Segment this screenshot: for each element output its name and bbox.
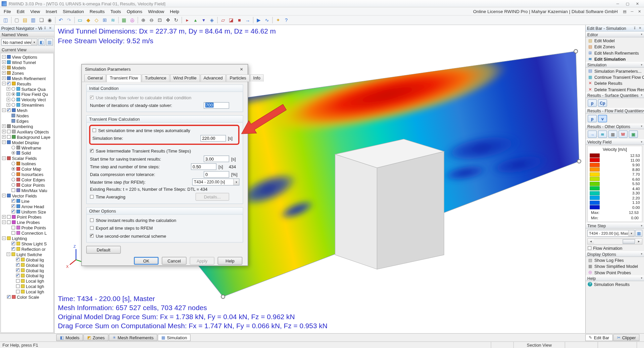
toolbar-button-save-project[interactable]: ▥	[29, 16, 37, 24]
tree-item-global-lig-40[interactable]: Global lig	[1, 268, 53, 273]
expand-icon[interactable]: +	[7, 98, 10, 101]
steady-solver-checkbox[interactable]	[90, 96, 94, 99]
editbar-edit-model[interactable]: ▧Edit Model	[586, 37, 644, 43]
simulation-time-input[interactable]	[200, 135, 226, 141]
apply-button[interactable]: Apply	[190, 257, 214, 265]
tree-radio[interactable]	[11, 87, 15, 91]
section-velocity-field[interactable]: Velocity Field▾	[586, 139, 644, 145]
results-option-flow-lines[interactable]: ≋	[598, 130, 607, 138]
tree-item-model-display-16[interactable]: −Model Display	[1, 139, 53, 145]
toolbar-button-undo[interactable]: ↶	[57, 16, 65, 24]
tree-radio[interactable]	[11, 98, 15, 101]
menu-insert[interactable]: Insert	[43, 8, 60, 15]
menu-edit[interactable]: Edit	[14, 8, 27, 15]
toolbar-button-print[interactable]: ❏	[37, 16, 45, 24]
toolbar-button-view-x[interactable]: ▸	[183, 16, 191, 24]
toolbar-button-rotate[interactable]: ↻	[172, 16, 180, 24]
tree-checkbox[interactable]	[11, 231, 15, 235]
toolbar-button-pan[interactable]: ✥	[164, 16, 172, 24]
tree-item-color-scale-45[interactable]: Color Scale	[1, 294, 53, 300]
tree-item-point-probes-30[interactable]: +Point Probes	[1, 214, 53, 220]
collapse-icon[interactable]: −	[2, 194, 6, 197]
close-button[interactable]: ✕	[633, 0, 642, 7]
tree-checkbox[interactable]	[7, 295, 11, 299]
toolbar-button-zoom-in[interactable]: ⊕	[139, 16, 147, 24]
save-intermediate-checkbox[interactable]	[90, 149, 94, 153]
scrollbar-track[interactable]	[594, 239, 636, 244]
toolbar-button-isometric-view[interactable]: ◈	[208, 16, 216, 24]
tree-item-lighting-34[interactable]: −Lighting	[1, 236, 53, 241]
tree-item-global-lig-38[interactable]: Global lig	[1, 257, 53, 262]
tree-checkbox[interactable]	[11, 199, 15, 203]
tree-item-zones-3[interactable]: +Zones	[1, 70, 53, 75]
tree-item-local-ligh-42[interactable]: Local ligh	[1, 278, 53, 284]
tree-radio[interactable]	[11, 178, 15, 181]
panel-tab-edit-bar[interactable]: ✎Edit Bar	[585, 334, 613, 341]
tree-item-mesh-10[interactable]: −Mesh	[1, 108, 53, 113]
tree-radio[interactable]	[11, 151, 15, 155]
tree-item-numbering-13[interactable]: +Numbering	[1, 123, 53, 129]
tree-checkbox[interactable]	[16, 258, 20, 262]
tree-item-scalar-fields-19[interactable]: −Scalar Fields	[1, 156, 53, 161]
toolbar-button-wind-tunnel[interactable]: ▭	[76, 16, 84, 24]
dialog-tab-transient-flow[interactable]: Transient Flow	[106, 74, 141, 82]
new-named-view-button[interactable]: ▥	[46, 39, 53, 46]
expand-icon[interactable]: +	[2, 71, 6, 75]
named-views-dropdown[interactable]: No named view ▾	[1, 39, 38, 46]
tree-checkbox[interactable]	[7, 82, 11, 85]
toolbar-button-help[interactable]: ?	[282, 16, 290, 24]
tree-radio[interactable]	[11, 103, 15, 107]
tree-item-global-lig-41[interactable]: Global lig	[1, 273, 53, 278]
section-time-step[interactable]: Time Step▾	[586, 223, 644, 229]
editbar-edit-mesh-refinements[interactable]: ⊞Edit Mesh Refinements	[586, 50, 644, 56]
time-averaging-checkbox[interactable]	[90, 195, 94, 198]
expand-icon[interactable]: +	[2, 130, 6, 133]
tree-item-flow-field-qu-7[interactable]: +Flow Field Qu	[1, 92, 53, 97]
toolbar-button-project-navigator[interactable]: ◫	[2, 16, 10, 24]
tree-checkbox[interactable]	[7, 135, 11, 139]
edit-bar-pin-icon[interactable]: ↧	[632, 26, 638, 31]
expand-icon[interactable]: +	[2, 135, 6, 139]
dialog-tab-particles[interactable]: Particles	[227, 74, 250, 82]
menu-simulation[interactable]: Simulation	[60, 8, 87, 15]
tree-item-line-27[interactable]: Line	[1, 198, 53, 204]
help-simulation-results[interactable]: ?Simulation Results	[586, 281, 644, 287]
dialog-tab-advanced[interactable]: Advanced	[200, 74, 226, 82]
scrollbar-thumb[interactable]	[623, 239, 635, 244]
toolbar-button-animation[interactable]: ▶	[255, 16, 263, 24]
tree-item-surface-qua-6[interactable]: +Surface Qua	[1, 86, 53, 92]
toolbar-button-zones[interactable]: ◇	[92, 16, 100, 24]
tree-item-vector-fields-26[interactable]: −Vector Fields	[1, 193, 53, 198]
toolbar-button-clipping-box[interactable]: ◪	[227, 16, 235, 24]
tree-item-solid-18[interactable]: Solid	[1, 150, 53, 156]
expand-icon[interactable]: +	[2, 66, 6, 69]
section-simulation[interactable]: Simulation▾	[586, 62, 644, 68]
tree-item-local-ligh-44[interactable]: Local ligh	[1, 289, 53, 294]
dialog-tab-wind-profile[interactable]: Wind Profile	[170, 74, 200, 82]
dialog-tab-general[interactable]: General	[84, 74, 106, 82]
toolbar-button-zoom-window[interactable]: ⊡	[156, 16, 164, 24]
toolbar-button-settings[interactable]: ✦	[274, 16, 282, 24]
tree-checkbox[interactable]	[11, 247, 15, 251]
menu-window[interactable]: Window	[145, 8, 167, 15]
tree-checkbox[interactable]	[16, 274, 20, 277]
dialog-tab-turbulence[interactable]: Turbulence	[142, 74, 169, 82]
3d-viewport[interactable]: Z X Y Wind Tunnel Dimensions: Dx = 227.3…	[55, 25, 585, 333]
navigator-close-icon[interactable]: ✕	[48, 26, 53, 31]
tree-checkbox[interactable]	[7, 220, 11, 224]
tree-item-background-laye-15[interactable]: +Background Laye	[1, 134, 53, 139]
expand-icon[interactable]: +	[7, 87, 10, 91]
section-flow-field-quantities[interactable]: Results - Flow Field Quantities▾	[586, 108, 644, 114]
view-tab-simulation[interactable]: ▦Simulation	[158, 334, 191, 341]
tree-checkbox[interactable]	[11, 210, 15, 213]
master-time-step-dropdown[interactable]: T434 - 220.00 [s] ▾	[192, 178, 240, 185]
collapse-icon[interactable]: −	[7, 252, 10, 256]
print-preview-icon[interactable]: ▤	[621, 8, 628, 14]
tree-item-view-options-0[interactable]: −View Options	[1, 54, 53, 60]
maximize-button[interactable]: ▢	[623, 0, 632, 7]
tree-checkbox[interactable]	[7, 130, 11, 133]
view-tab-mesh-refinements[interactable]: ✳Mesh Refinements	[109, 334, 157, 341]
toolbar-button-probes[interactable]: ◎	[128, 16, 136, 24]
mdi-close-button[interactable]: ✕	[636, 8, 643, 14]
collapse-icon[interactable]: −	[2, 156, 6, 160]
